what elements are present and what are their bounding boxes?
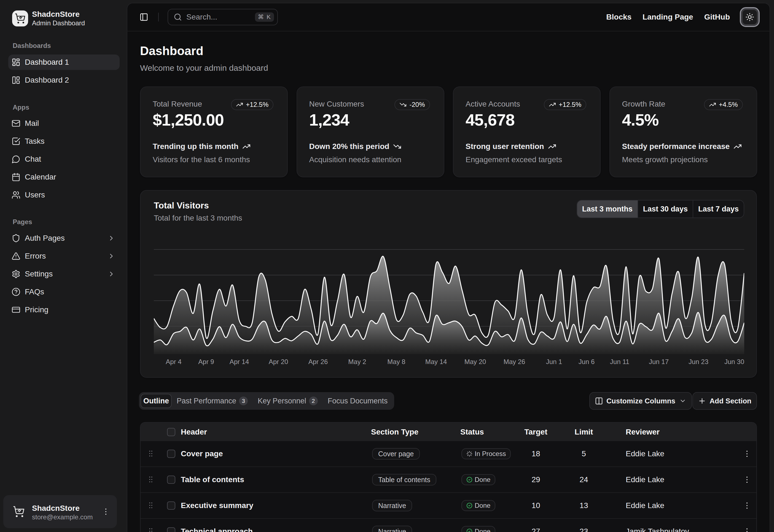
svg-text:Apr 14: Apr 14 — [230, 358, 249, 365]
svg-text:Apr 26: Apr 26 — [309, 358, 328, 365]
svg-text:Jun 23: Jun 23 — [689, 358, 708, 365]
svg-text:May 2: May 2 — [348, 358, 366, 365]
svg-text:Apr 20: Apr 20 — [269, 358, 288, 365]
svg-text:Jun 17: Jun 17 — [649, 358, 669, 365]
svg-text:Jun 11: Jun 11 — [610, 358, 629, 365]
svg-text:May 26: May 26 — [503, 358, 525, 365]
svg-text:Jun 1: Jun 1 — [546, 358, 562, 365]
svg-text:May 8: May 8 — [387, 358, 405, 365]
svg-text:Apr 4: Apr 4 — [166, 358, 181, 365]
svg-text:Jun 30: Jun 30 — [724, 358, 744, 365]
svg-text:Apr 9: Apr 9 — [198, 358, 214, 365]
svg-text:May 14: May 14 — [425, 358, 447, 365]
svg-text:May 20: May 20 — [464, 358, 486, 365]
svg-text:Jun 6: Jun 6 — [578, 358, 595, 365]
